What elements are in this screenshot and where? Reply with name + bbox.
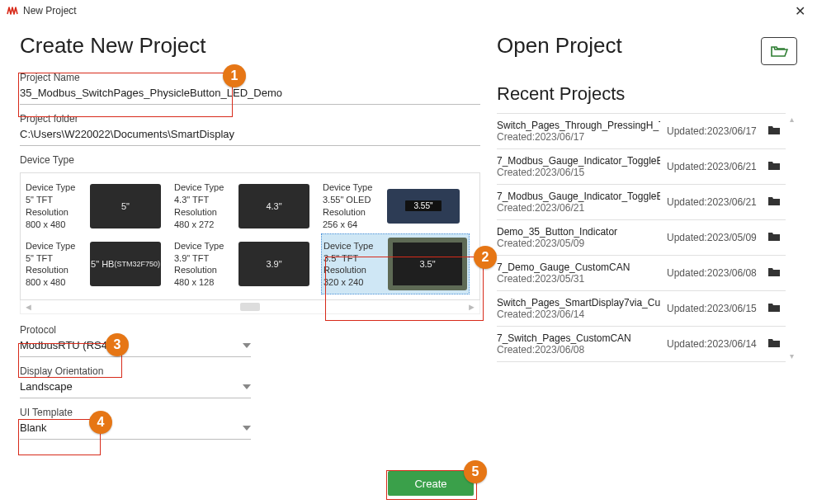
device-info: Device Type3.9" TFTResolution480 x 128 — [174, 240, 234, 289]
chevron-down-icon — [243, 384, 251, 389]
folder-icon[interactable] — [767, 160, 784, 173]
recent-item-main: 7_Modbus_Gauge_Indicator_ToggleBuCreated… — [497, 191, 660, 214]
folder-icon[interactable] — [767, 195, 784, 209]
recent-item-main: 7_Modbus_Gauge_Indicator_ToggleBuCreated… — [497, 155, 660, 178]
open-folder-button[interactable] — [761, 37, 797, 65]
device-card-0[interactable]: Device Type5" TFTResolution800 x 4805" — [24, 178, 172, 233]
open-heading: Open Project — [497, 33, 622, 59]
folder-icon[interactable] — [767, 231, 784, 244]
project-name-field[interactable]: Project Name 35_Modbus_SwitchPages_Physi… — [20, 68, 480, 105]
folder-open-icon — [770, 44, 788, 59]
recent-item-updated: Updated:2023/06/17 — [667, 125, 761, 137]
recent-heading: Recent Projects — [497, 83, 797, 105]
titlebar: New Project ✕ — [0, 0, 817, 21]
orientation-dropdown[interactable]: Display Orientation Landscape — [20, 362, 251, 398]
recent-item-updated: Updated:2023/06/15 — [667, 303, 761, 314]
template-dropdown[interactable]: UI Template Blank — [20, 403, 251, 440]
recent-item[interactable]: 7_Modbus_Gauge_Indicator_ToggleBuCreated… — [497, 184, 786, 219]
chevron-down-icon — [243, 426, 251, 431]
recent-item[interactable]: Switch_Pages_Through_PressingH_TheCreate… — [497, 113, 786, 148]
folder-icon[interactable] — [767, 337, 784, 351]
folder-icon[interactable] — [767, 302, 784, 315]
recent-item[interactable]: 7_Switch_Pages_CustomCANCreated:2023/06/… — [497, 326, 786, 362]
device-type-grid[interactable]: Device Type5" TFTResolution800 x 4805"De… — [20, 172, 480, 300]
recent-item-updated: Updated:2023/05/09 — [667, 232, 761, 243]
recent-item-updated: Updated:2023/06/21 — [667, 161, 761, 172]
project-folder-value[interactable]: C:\Users\W220022\Documents\SmartDisplay — [20, 126, 480, 146]
recent-item[interactable]: 7_Modbus_Gauge_Indicator_ToggleBuCreated… — [497, 148, 786, 184]
recent-item-main: 7_Demo_Gauge_CustomCANCreated:2023/05/31 — [497, 261, 660, 285]
protocol-dropdown[interactable]: Protocol ModbusRTU (RS485) — [20, 321, 251, 357]
recent-item-updated: Updated:2023/06/08 — [667, 267, 761, 279]
protocol-value: ModbusRTU (RS485) — [20, 339, 123, 351]
recent-item[interactable]: Switch_Pages_SmartDisplay7via_CustoCreat… — [497, 290, 786, 326]
close-icon[interactable]: ✕ — [790, 3, 810, 19]
recent-projects-list: Switch_Pages_Through_PressingH_TheCreate… — [497, 113, 786, 362]
recent-scrollbar[interactable]: ▴ ▾ — [786, 113, 797, 362]
device-card-1[interactable]: Device Type4.3" TFTResolution480 x 2724.… — [172, 178, 321, 233]
scroll-up-icon[interactable]: ▴ — [790, 115, 794, 124]
folder-icon[interactable] — [767, 266, 784, 280]
device-info: Device Type5" TFTResolution800 x 480 — [26, 181, 85, 230]
device-card-3[interactable]: Device Type5" TFTResolution800 x 4805" H… — [24, 233, 172, 294]
app-logo-icon — [7, 6, 18, 16]
recent-item[interactable]: 7_Demo_Gauge_CustomCANCreated:2023/05/31… — [497, 255, 786, 290]
create-button[interactable]: Create — [388, 471, 474, 496]
device-card-4[interactable]: Device Type3.9" TFTResolution480 x 1283.… — [172, 233, 321, 294]
device-info: Device Type3.55" OLEDResolution256 x 64 — [323, 181, 382, 230]
device-type-label: Device Type — [20, 151, 480, 167]
device-card-5[interactable]: Device Type3.5" TFTResolution320 x 2403.… — [321, 233, 470, 294]
project-folder-label: Project folder — [20, 110, 480, 126]
device-info: Device Type5" TFTResolution800 x 480 — [26, 240, 85, 289]
device-info: Device Type4.3" TFTResolution480 x 272 — [174, 181, 234, 230]
template-value: Blank — [20, 422, 47, 434]
recent-item[interactable]: Demo_35_Button_IndicatorCreated:2023/05/… — [497, 219, 786, 255]
window-title: New Project — [23, 5, 77, 16]
device-thumbnail: 3.5" — [388, 238, 467, 290]
project-name-label: Project Name — [20, 68, 480, 85]
device-thumbnail: 4.3" — [238, 184, 309, 228]
recent-item-main: Demo_35_Button_IndicatorCreated:2023/05/… — [497, 226, 660, 249]
recent-item-main: 7_Switch_Pages_CustomCANCreated:2023/06/… — [497, 332, 660, 356]
project-name-value[interactable]: 35_Modbus_SwitchPages_PhysicleButton_LED… — [20, 85, 480, 105]
device-info: Device Type3.5" TFTResolution320 x 240 — [323, 240, 383, 289]
device-card-2[interactable]: Device Type3.55" OLEDResolution256 x 643… — [321, 178, 470, 233]
folder-icon[interactable] — [767, 125, 784, 138]
orientation-value: Landscape — [20, 380, 73, 393]
device-thumbnail: 3.55" — [387, 189, 460, 224]
device-thumbnail: 5" — [90, 184, 161, 228]
template-label: UI Template — [20, 403, 251, 420]
create-heading: Create New Project — [20, 33, 480, 59]
recent-item-updated: Updated:2023/06/14 — [667, 338, 761, 350]
chevron-down-icon — [243, 343, 251, 348]
device-thumbnail: 3.9" — [238, 242, 309, 286]
device-scrollbar[interactable]: ◄ ► — [20, 300, 480, 314]
scroll-left-icon[interactable]: ◄ — [24, 302, 33, 312]
scroll-thumb[interactable] — [240, 303, 260, 311]
scroll-right-icon[interactable]: ► — [467, 302, 476, 312]
project-folder-field[interactable]: Project folder C:\Users\W220022\Document… — [20, 110, 480, 146]
recent-item-updated: Updated:2023/06/21 — [667, 196, 761, 208]
scroll-down-icon[interactable]: ▾ — [790, 351, 794, 360]
orientation-label: Display Orientation — [20, 362, 251, 379]
protocol-label: Protocol — [20, 321, 251, 337]
recent-item-main: Switch_Pages_Through_PressingH_TheCreate… — [497, 120, 660, 143]
recent-item-main: Switch_Pages_SmartDisplay7via_CustoCreat… — [497, 297, 660, 320]
device-thumbnail: 5" HB(STM32F750) — [90, 242, 161, 286]
